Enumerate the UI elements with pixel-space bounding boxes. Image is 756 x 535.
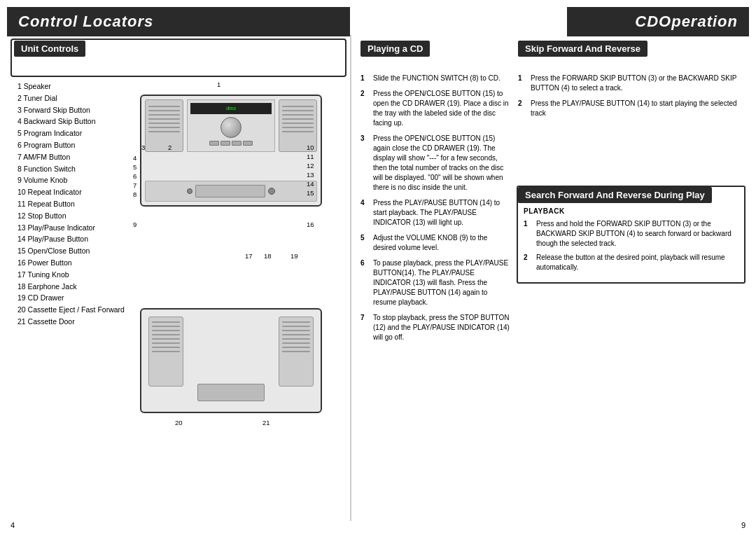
unit-list-item-20: 20 Cassette Eject / Fast Forward bbox=[18, 304, 125, 316]
playing-cd-steps: 1Slide the FUNCTION SWITCH (8) to CD.2Pr… bbox=[360, 74, 511, 348]
grille-line bbox=[282, 106, 314, 107]
callout-5: 5 bbox=[133, 163, 136, 171]
grille-line bbox=[152, 347, 180, 348]
step-num: 1 bbox=[518, 74, 526, 93]
step-num: 2 bbox=[360, 89, 369, 128]
step-text: To pause playback, press the PLAY/PAUSE … bbox=[373, 258, 511, 307]
step-text: Press the PLAY/PAUSE BUTTON (14) to star… bbox=[531, 99, 746, 118]
grille-line bbox=[152, 342, 180, 344]
earphone-jack bbox=[268, 188, 275, 195]
search-step-1: 1Press and hold the FORWARD SKIP BUTTON … bbox=[524, 219, 738, 249]
step-num: 2 bbox=[524, 253, 532, 272]
step-num: 3 bbox=[360, 134, 369, 193]
skip-forward-badge: Skip Forward And Reverse bbox=[518, 41, 648, 57]
stereo-display: diss bbox=[190, 103, 272, 114]
callout-11: 11 bbox=[307, 153, 314, 160]
callout-1: 1 bbox=[217, 81, 220, 88]
callout-14: 14 bbox=[307, 180, 314, 188]
playing-step-3: 3Press the OPEN/CLOSE BUTTON (15) again … bbox=[360, 134, 511, 193]
cass-grille-right bbox=[279, 317, 314, 387]
header-right-title: CDOperation bbox=[567, 7, 749, 36]
unit-list-item-15: 15 Open/Close Button bbox=[18, 245, 125, 257]
skip-step-1: 1Press the FORWARD SKIP BUTTON (3) or th… bbox=[518, 74, 746, 93]
grille-line bbox=[282, 330, 310, 331]
grille-line bbox=[282, 114, 314, 116]
stereo-bottom-panel bbox=[145, 181, 317, 202]
unit-list-item-1: 1 Speaker bbox=[18, 81, 125, 92]
stereo-center: diss bbox=[187, 99, 275, 152]
unit-list-item-19: 19 CD Drawer bbox=[18, 292, 125, 304]
grille-line bbox=[282, 131, 314, 132]
step-num: 5 bbox=[360, 233, 369, 253]
unit-list-item-17: 17 Tuning Knob bbox=[18, 269, 125, 281]
step-num: 1 bbox=[524, 219, 532, 249]
unit-list-item-21: 21 Cassette Door bbox=[18, 316, 125, 328]
cd-drawer bbox=[195, 185, 265, 197]
step-text: Press the PLAY/PAUSE BUTTON (14) to star… bbox=[373, 198, 511, 228]
grille-line bbox=[282, 342, 310, 344]
stereo-buttons bbox=[188, 141, 274, 146]
btn4 bbox=[243, 141, 253, 146]
unit-list-item-5: 5 Program Indicator bbox=[18, 127, 125, 139]
playing-step-5: 5Adjust the VOLUME KNOB (9) to the desir… bbox=[360, 233, 511, 253]
unit-list-item-11: 11 Repeat Button bbox=[18, 198, 125, 210]
grille-line bbox=[148, 131, 180, 132]
callout-18: 18 bbox=[264, 252, 272, 260]
grille-line bbox=[148, 127, 180, 128]
step-text: Slide the FUNCTION SWITCH (8) to CD. bbox=[373, 74, 500, 83]
callout-17: 17 bbox=[245, 252, 253, 260]
grille-line bbox=[148, 106, 180, 107]
step-text: Press the OPEN/CLOSE BUTTON (15) again c… bbox=[373, 134, 511, 193]
search-step-2: 2Release the button at the desired point… bbox=[524, 253, 738, 272]
speaker-left bbox=[145, 99, 183, 152]
step-text: To stop playback, press the STOP BUTTON … bbox=[373, 313, 511, 342]
callout-9: 9 bbox=[133, 221, 136, 228]
page-number-right: 9 bbox=[741, 521, 746, 529]
grille-line bbox=[148, 114, 180, 116]
btn3 bbox=[232, 141, 241, 146]
grille-line bbox=[152, 351, 180, 352]
callout-12: 12 bbox=[307, 162, 314, 169]
right-panel: Playing a CD Skip Forward And Reverse 1S… bbox=[357, 35, 749, 521]
callout-20: 20 bbox=[175, 419, 183, 426]
unit-list-item-2: 2 Tuner Dial bbox=[18, 92, 125, 104]
callout-15: 15 bbox=[307, 189, 314, 197]
callout-6: 6 bbox=[133, 172, 136, 180]
unit-list-item-14: 14 Play/Pause Button bbox=[18, 233, 125, 245]
grille-line bbox=[148, 118, 180, 120]
search-forward-box: Search Forward And Reverse During Play P… bbox=[517, 186, 746, 284]
unit-list-item-9: 9 Volume Knob bbox=[18, 174, 125, 186]
grille-line bbox=[282, 347, 310, 348]
grille-line bbox=[148, 123, 180, 124]
step-num: 1 bbox=[360, 74, 369, 83]
skip-step-2: 2Press the PLAY/PAUSE BUTTON (14) to sta… bbox=[518, 99, 746, 118]
grille-line bbox=[282, 351, 310, 352]
playing-step-4: 4Press the PLAY/PAUSE BUTTON (14) to sta… bbox=[360, 198, 511, 228]
grille-line bbox=[282, 321, 310, 323]
unit-list-item-8: 8 Function Switch bbox=[18, 163, 125, 175]
unit-list-item-3: 3 Forward Skip Button bbox=[18, 104, 125, 116]
grille-line bbox=[148, 110, 180, 111]
cassette-grilles bbox=[141, 310, 321, 394]
playing-step-1: 1Slide the FUNCTION SWITCH (8) to CD. bbox=[360, 74, 511, 83]
grille-line bbox=[152, 326, 180, 327]
grille-line bbox=[152, 338, 180, 340]
callout-7: 7 bbox=[133, 181, 136, 189]
step-text: Adjust the VOLUME KNOB (9) to the desire… bbox=[373, 233, 511, 253]
playing-cd-badge: Playing a CD bbox=[360, 41, 430, 57]
header-left-title: Control Locators bbox=[7, 7, 350, 36]
unit-controls-list: 1 Speaker2 Tuner Dial3 Forward Skip Butt… bbox=[18, 81, 125, 328]
callout-10: 10 bbox=[307, 144, 314, 151]
callout-16: 16 bbox=[307, 221, 314, 228]
page-number-left: 4 bbox=[10, 521, 15, 529]
playing-step-6: 6To pause playback, press the PLAY/PAUSE… bbox=[360, 258, 511, 307]
search-steps: 1Press and hold the FORWARD SKIP BUTTON … bbox=[524, 219, 738, 272]
grille-line bbox=[152, 334, 180, 335]
btn1 bbox=[209, 141, 219, 146]
skip-forward-steps: 1Press the FORWARD SKIP BUTTON (3) or th… bbox=[518, 74, 746, 124]
playing-step-7: 7To stop playback, press the STOP BUTTON… bbox=[360, 313, 511, 342]
grille-line bbox=[152, 321, 180, 323]
stereo-body: diss bbox=[140, 95, 322, 207]
grille-line bbox=[282, 118, 314, 120]
unit-list-item-12: 12 Stop Button bbox=[18, 210, 125, 222]
